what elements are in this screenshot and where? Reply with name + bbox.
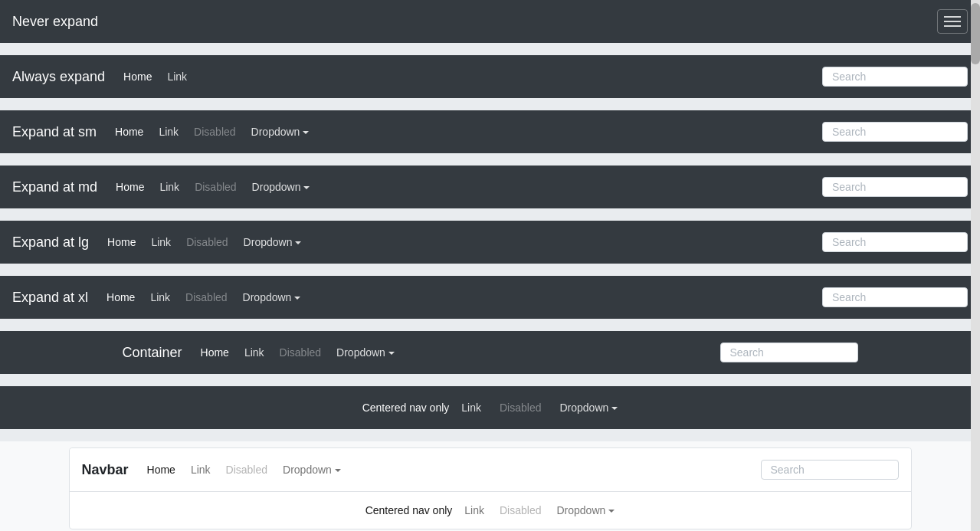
nav-item: Home — [195, 346, 235, 359]
nav-item: Link — [145, 236, 177, 248]
expand-lg-nav: Home Link Disabled Dropdown — [101, 236, 822, 248]
expand-lg-brand: Expand at lg — [12, 234, 89, 251]
nav-link-home[interactable]: Home — [110, 176, 150, 198]
expand-sm-nav: Home Link Disabled Dropdown — [109, 126, 822, 138]
nav-link-dropdown[interactable]: Dropdown — [277, 459, 347, 480]
nav-link-link[interactable]: Link — [152, 121, 185, 143]
nav-item-link: Link — [161, 70, 193, 83]
nav-link-home[interactable]: Home — [100, 287, 141, 308]
nav-item: Home — [110, 181, 150, 193]
container-nav: Home Link Disabled Dropdown — [195, 346, 720, 359]
nav-link-dropdown[interactable]: Dropdown — [237, 287, 307, 308]
nav-item: Disabled — [274, 346, 327, 359]
nav-link-home[interactable]: Home — [109, 121, 149, 143]
light-brand: Navbar — [82, 462, 129, 478]
nav-link-dropdown[interactable]: Dropdown — [238, 231, 308, 253]
nav-item: Disabled — [188, 126, 241, 138]
container-search-wrapper — [720, 343, 858, 362]
spacer-3 — [0, 153, 980, 166]
nav-link-home[interactable]: Home — [195, 342, 235, 363]
nav-link-link[interactable]: Link — [185, 459, 217, 480]
nav-item: Home — [109, 126, 149, 138]
centered-dark-nav: Link Disabled Dropdown — [455, 402, 624, 414]
nav-link-dropdown[interactable]: Dropdown — [245, 121, 316, 143]
toggler-line — [944, 21, 961, 22]
nav-link-home[interactable]: Home — [117, 66, 158, 87]
nav-link-home[interactable]: Home — [141, 459, 182, 480]
never-expand-brand: Never expand — [12, 14, 98, 30]
navbar-expand-md: Expand at md Home Link Disabled Dropdown — [0, 166, 980, 208]
spacer-2 — [0, 98, 980, 110]
spacer-8 — [0, 429, 980, 441]
expand-lg-search-wrapper — [822, 232, 968, 252]
spacer-6 — [0, 319, 980, 331]
nav-link-link[interactable]: Link — [145, 231, 177, 253]
nav-item: Disabled — [179, 291, 233, 303]
nav-link-link[interactable]: Link — [238, 342, 270, 363]
light-search[interactable] — [761, 460, 899, 480]
nav-item-dropdown: Dropdown — [277, 464, 347, 476]
nav-item: Disabled — [493, 504, 547, 516]
nav-item: Disabled — [188, 181, 242, 193]
navbar-expand-xl: Expand at xl Home Link Disabled Dropdown — [0, 276, 980, 319]
nav-item-dropdown: Dropdown — [237, 291, 307, 303]
spacer-1 — [0, 43, 980, 55]
expand-xl-search-wrapper — [822, 287, 968, 307]
nav-item-dropdown: Dropdown — [245, 126, 316, 138]
centered-light-brand: Centered nav only — [359, 500, 459, 521]
expand-md-search[interactable] — [822, 177, 968, 197]
expand-xl-search[interactable] — [822, 287, 968, 307]
nav-link-link[interactable]: Link — [144, 287, 176, 308]
expand-xl-nav: Home Link Disabled Dropdown — [100, 291, 822, 303]
nav-link-link[interactable]: Link — [153, 176, 185, 198]
expand-sm-search-wrapper — [822, 122, 968, 142]
expand-sm-search[interactable] — [822, 122, 968, 142]
nav-link-link[interactable]: Link — [455, 397, 487, 418]
nav-link-disabled: Disabled — [180, 231, 234, 253]
nav-link-home[interactable]: Home — [101, 231, 142, 253]
light-search-wrapper — [761, 460, 899, 480]
navbar-toggler[interactable] — [937, 9, 968, 34]
nav-item: Link — [152, 126, 185, 138]
scrollbar[interactable] — [971, 0, 980, 531]
spacer-5 — [0, 264, 980, 276]
nav-link-disabled: Disabled — [179, 287, 233, 308]
expand-lg-search[interactable] — [822, 232, 968, 252]
expand-md-brand: Expand at md — [12, 179, 97, 195]
light-nav: Home Link Disabled Dropdown — [141, 464, 761, 476]
scroll-thumb[interactable] — [971, 3, 980, 64]
centered-dark-brand: Centered nav only — [356, 397, 456, 418]
nav-item-home: Home — [117, 70, 158, 83]
nav-item: Link — [185, 464, 217, 476]
nav-item: Disabled — [493, 402, 547, 414]
nav-item: Link — [238, 346, 270, 359]
nav-link-dropdown[interactable]: Dropdown — [550, 500, 621, 521]
light-bg-section: Navbar Home Link Disabled Dropdown — [0, 441, 980, 531]
navbar-always-expand: Always expand Home Link — [0, 55, 980, 98]
centered-light-nav: Link Disabled Dropdown — [458, 504, 621, 516]
nav-item-dropdown: Dropdown — [238, 236, 308, 248]
nav-item: Link — [153, 181, 185, 193]
navbar-expand-sm: Expand at sm Home Link Disabled Dropdown — [0, 110, 980, 153]
nav-link-link[interactable]: Link — [458, 500, 490, 521]
nav-item: Link — [144, 291, 176, 303]
nav-item: Link — [455, 402, 487, 414]
container-search[interactable] — [720, 343, 858, 362]
nav-link-dropdown[interactable]: Dropdown — [330, 342, 401, 363]
nav-link-dropdown[interactable]: Dropdown — [553, 397, 624, 418]
navbar-centered-dark: Centered nav only Link Disabled Dropdown — [0, 386, 980, 429]
spacer-4 — [0, 208, 980, 221]
nav-link-dropdown[interactable]: Dropdown — [246, 176, 316, 198]
always-expand-search[interactable] — [822, 67, 968, 87]
nav-item: Home — [100, 291, 141, 303]
nav-item: Home — [141, 464, 182, 476]
navbar-never-expand: Never expand — [0, 0, 980, 43]
expand-xl-brand: Expand at xl — [12, 290, 88, 306]
nav-link-link[interactable]: Link — [161, 66, 193, 87]
nav-item: Home — [101, 236, 142, 248]
nav-link-disabled: Disabled — [188, 121, 241, 143]
nav-link-disabled: Disabled — [220, 459, 274, 480]
nav-link-disabled: Disabled — [493, 500, 547, 521]
nav-item-dropdown: Dropdown — [330, 346, 401, 359]
nav-item: Link — [458, 504, 490, 516]
